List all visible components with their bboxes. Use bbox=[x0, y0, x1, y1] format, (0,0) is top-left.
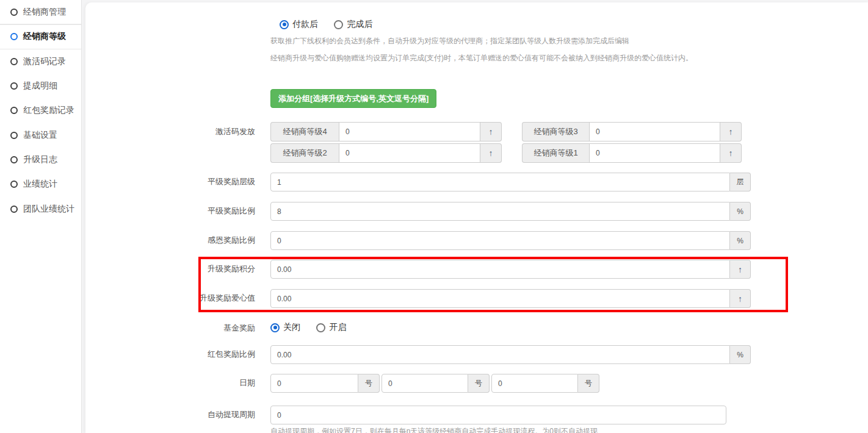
date-group-2: 号 bbox=[382, 374, 490, 393]
activation-code-input-level3[interactable] bbox=[589, 122, 720, 141]
group-prefix-label: 经销商等级3 bbox=[522, 122, 589, 141]
sidebar-item-label: 红包奖励记录 bbox=[23, 105, 74, 116]
sidebar-item-team-performance-stats[interactable]: 团队业绩统计 bbox=[0, 196, 81, 221]
sidebar-item-label: 基础设置 bbox=[23, 130, 57, 141]
group-prefix-label: 经销商等级2 bbox=[270, 143, 339, 163]
circle-icon bbox=[10, 82, 18, 90]
unit-addon-percent: % bbox=[730, 345, 751, 364]
field-label-fund-reward: 基金奖励 bbox=[85, 319, 255, 337]
field-label-upgrade-points: 升级奖励积分 bbox=[85, 260, 255, 278]
unit-addon-day: 号 bbox=[358, 374, 380, 393]
arrow-up-icon[interactable]: ↑ bbox=[480, 122, 502, 141]
circle-icon bbox=[10, 206, 18, 213]
activation-code-input-level2[interactable] bbox=[339, 143, 480, 163]
sidebar-item-basic-settings[interactable]: 基础设置 bbox=[0, 123, 81, 147]
circle-icon bbox=[10, 58, 18, 65]
sidebar-item-label: 激活码记录 bbox=[23, 56, 66, 67]
group-prefix-label: 经销商等级4 bbox=[270, 122, 339, 141]
auto-withdraw-help-text: 自动提现周期，例如设置7日，则在每月每n天该等级经销商自动完成手动提现流程。为0… bbox=[270, 426, 598, 433]
sidebar-item-commission-detail[interactable]: 提成明细 bbox=[0, 74, 81, 98]
field-label-activation-codes: 激活码发放 bbox=[85, 122, 255, 141]
unit-addon-day: 号 bbox=[468, 374, 490, 393]
arrow-up-icon[interactable]: ↑ bbox=[480, 143, 502, 163]
sidebar: 经销商管理 经销商等级 激活码记录 提成明细 红包奖励记录 基础设置 升级日志 … bbox=[0, 0, 82, 433]
upgrade-help-text-1: 获取推广下线权利的会员达到条件，自动升级为对应等级的代理商；指定某团队等级人数升… bbox=[270, 36, 629, 46]
sidebar-item-dealer-management[interactable]: 经销商管理 bbox=[0, 0, 81, 24]
circle-icon bbox=[10, 33, 18, 40]
arrow-up-icon[interactable]: ↑ bbox=[720, 122, 742, 141]
arrow-up-icon[interactable]: ↑ bbox=[730, 289, 751, 308]
redpacket-ratio-input[interactable] bbox=[270, 345, 730, 364]
date-input-3[interactable] bbox=[491, 374, 578, 393]
auto-withdraw-input[interactable] bbox=[270, 406, 726, 424]
activation-code-group-2: 经销商等级2 ↑ bbox=[270, 143, 502, 163]
activation-code-input-level4[interactable] bbox=[339, 122, 480, 141]
field-label-gratitude-ratio: 感恩奖励比例 bbox=[85, 231, 255, 249]
field-label-upgrade-love: 升级奖励爱心值 bbox=[85, 289, 255, 307]
field-label-redpacket-ratio: 红包奖励比例 bbox=[85, 345, 255, 363]
upgrade-love-input[interactable] bbox=[270, 289, 730, 308]
date-group-1: 号 bbox=[270, 374, 380, 393]
activation-code-group-1: 经销商等级1 ↑ bbox=[522, 143, 742, 163]
circle-icon bbox=[10, 9, 18, 16]
radio-label: 付款后 bbox=[292, 19, 318, 30]
sidebar-item-dealer-level[interactable]: 经销商等级 bbox=[0, 24, 81, 49]
date-input-1[interactable] bbox=[270, 374, 358, 393]
radio-icon bbox=[316, 323, 325, 332]
sidebar-item-label: 升级日志 bbox=[23, 154, 57, 165]
radio-after-payment[interactable]: 付款后 bbox=[280, 19, 318, 30]
circle-icon bbox=[10, 132, 18, 139]
upgrade-points-input[interactable] bbox=[270, 260, 730, 279]
sidebar-item-label: 经销商管理 bbox=[23, 7, 66, 18]
field-label-auto-withdraw: 自动提现周期 bbox=[85, 406, 255, 424]
field-label-date: 日期 bbox=[85, 374, 255, 392]
activation-code-input-level1[interactable] bbox=[589, 143, 720, 163]
unit-addon-percent: % bbox=[730, 231, 751, 250]
peer-ratio-input[interactable] bbox=[270, 202, 730, 221]
unit-addon-percent: % bbox=[730, 202, 751, 221]
radio-label: 完成后 bbox=[347, 19, 372, 30]
sidebar-item-activation-code-records[interactable]: 激活码记录 bbox=[0, 49, 81, 74]
add-group-button[interactable]: 添加分组[选择升级方式编号,英文逗号分隔] bbox=[270, 89, 436, 108]
radio-fund-on[interactable]: 开启 bbox=[316, 322, 346, 333]
radio-icon bbox=[280, 20, 289, 29]
unit-addon-day: 号 bbox=[578, 374, 599, 393]
main-content-panel: 付款后 完成后 获取推广下线权利的会员达到条件，自动升级为对应等级的代理商；指定… bbox=[85, 2, 868, 433]
sidebar-item-redpacket-records[interactable]: 红包奖励记录 bbox=[0, 98, 81, 123]
activation-code-group-3: 经销商等级3 ↑ bbox=[522, 122, 742, 141]
radio-label: 关闭 bbox=[283, 322, 300, 333]
radio-fund-off[interactable]: 关闭 bbox=[270, 322, 300, 333]
unit-addon-layer: 层 bbox=[730, 173, 751, 191]
sidebar-item-upgrade-log[interactable]: 升级日志 bbox=[0, 148, 81, 172]
radio-icon bbox=[334, 20, 343, 29]
sidebar-item-performance-stats[interactable]: 业绩统计 bbox=[0, 172, 81, 196]
field-label-peer-ratio: 平级奖励比例 bbox=[85, 202, 255, 220]
date-input-2[interactable] bbox=[382, 374, 468, 393]
sidebar-item-label: 经销商等级 bbox=[23, 31, 66, 42]
sidebar-item-label: 业绩统计 bbox=[23, 179, 57, 190]
date-group-3: 号 bbox=[491, 374, 599, 393]
field-label-peer-level: 平级奖励层级 bbox=[85, 173, 255, 191]
radio-after-completion[interactable]: 完成后 bbox=[334, 19, 372, 30]
circle-icon bbox=[10, 181, 18, 188]
gratitude-ratio-input[interactable] bbox=[270, 231, 730, 250]
peer-level-input[interactable] bbox=[270, 173, 730, 191]
circle-icon bbox=[10, 107, 18, 114]
upgrade-help-text-2: 经销商升级与爱心值购物赠送均设置为订单完成(支付)时，本笔订单赠送的爱心值有可能… bbox=[270, 53, 693, 63]
arrow-up-icon[interactable]: ↑ bbox=[720, 143, 742, 163]
radio-icon bbox=[270, 323, 280, 332]
radio-label: 开启 bbox=[329, 322, 346, 333]
group-prefix-label: 经销商等级1 bbox=[522, 143, 589, 163]
arrow-up-icon[interactable]: ↑ bbox=[730, 260, 751, 279]
sidebar-item-label: 团队业绩统计 bbox=[23, 204, 74, 215]
activation-code-group-4: 经销商等级4 ↑ bbox=[270, 122, 502, 141]
circle-icon bbox=[10, 156, 18, 163]
sidebar-item-label: 提成明细 bbox=[23, 81, 57, 91]
